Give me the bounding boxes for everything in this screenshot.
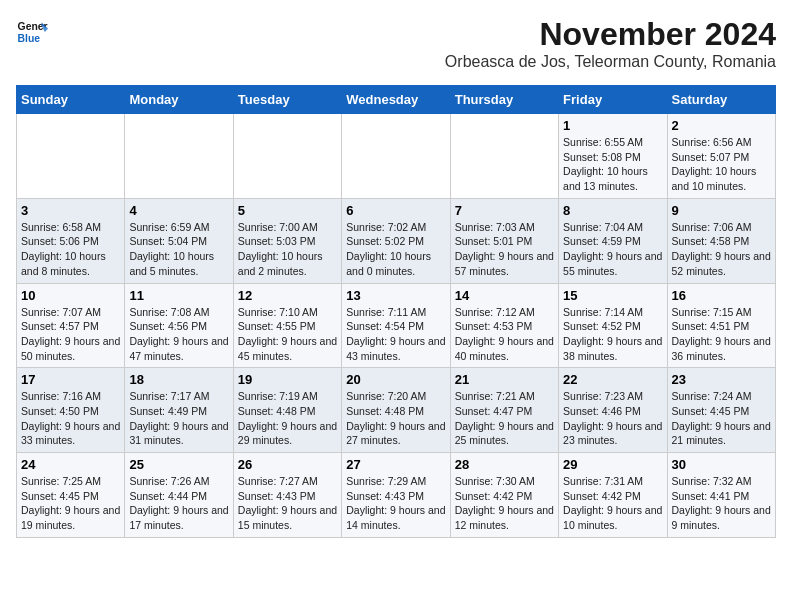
day-number: 21 [455,372,554,387]
calendar-cell: 22Sunrise: 7:23 AMSunset: 4:46 PMDayligh… [559,368,667,453]
day-info: Sunrise: 7:23 AMSunset: 4:46 PMDaylight:… [563,389,662,448]
logo: General Blue [16,16,52,48]
calendar-cell: 18Sunrise: 7:17 AMSunset: 4:49 PMDayligh… [125,368,233,453]
day-info: Sunrise: 7:20 AMSunset: 4:48 PMDaylight:… [346,389,445,448]
day-info: Sunrise: 7:30 AMSunset: 4:42 PMDaylight:… [455,474,554,533]
calendar-cell: 30Sunrise: 7:32 AMSunset: 4:41 PMDayligh… [667,453,775,538]
day-info: Sunrise: 7:06 AMSunset: 4:58 PMDaylight:… [672,220,771,279]
day-number: 15 [563,288,662,303]
page-subtitle: Orbeasca de Jos, Teleorman County, Roman… [445,53,776,71]
calendar-cell: 8Sunrise: 7:04 AMSunset: 4:59 PMDaylight… [559,198,667,283]
day-number: 25 [129,457,228,472]
calendar-cell: 23Sunrise: 7:24 AMSunset: 4:45 PMDayligh… [667,368,775,453]
day-number: 24 [21,457,120,472]
day-info: Sunrise: 7:07 AMSunset: 4:57 PMDaylight:… [21,305,120,364]
day-info: Sunrise: 7:02 AMSunset: 5:02 PMDaylight:… [346,220,445,279]
day-number: 18 [129,372,228,387]
calendar-cell [125,114,233,199]
day-number: 9 [672,203,771,218]
day-info: Sunrise: 6:55 AMSunset: 5:08 PMDaylight:… [563,135,662,194]
day-info: Sunrise: 7:14 AMSunset: 4:52 PMDaylight:… [563,305,662,364]
day-number: 28 [455,457,554,472]
day-number: 14 [455,288,554,303]
calendar-cell: 11Sunrise: 7:08 AMSunset: 4:56 PMDayligh… [125,283,233,368]
calendar-cell: 21Sunrise: 7:21 AMSunset: 4:47 PMDayligh… [450,368,558,453]
day-number: 26 [238,457,337,472]
day-number: 27 [346,457,445,472]
calendar-cell: 10Sunrise: 7:07 AMSunset: 4:57 PMDayligh… [17,283,125,368]
day-info: Sunrise: 6:58 AMSunset: 5:06 PMDaylight:… [21,220,120,279]
col-header-monday: Monday [125,86,233,114]
day-info: Sunrise: 6:59 AMSunset: 5:04 PMDaylight:… [129,220,228,279]
calendar-cell: 20Sunrise: 7:20 AMSunset: 4:48 PMDayligh… [342,368,450,453]
day-number: 8 [563,203,662,218]
day-info: Sunrise: 7:26 AMSunset: 4:44 PMDaylight:… [129,474,228,533]
day-info: Sunrise: 7:04 AMSunset: 4:59 PMDaylight:… [563,220,662,279]
day-info: Sunrise: 7:10 AMSunset: 4:55 PMDaylight:… [238,305,337,364]
day-number: 13 [346,288,445,303]
day-info: Sunrise: 7:17 AMSunset: 4:49 PMDaylight:… [129,389,228,448]
calendar-cell: 1Sunrise: 6:55 AMSunset: 5:08 PMDaylight… [559,114,667,199]
calendar-cell: 16Sunrise: 7:15 AMSunset: 4:51 PMDayligh… [667,283,775,368]
day-number: 22 [563,372,662,387]
day-info: Sunrise: 7:19 AMSunset: 4:48 PMDaylight:… [238,389,337,448]
day-info: Sunrise: 7:03 AMSunset: 5:01 PMDaylight:… [455,220,554,279]
col-header-wednesday: Wednesday [342,86,450,114]
day-number: 10 [21,288,120,303]
col-header-thursday: Thursday [450,86,558,114]
day-number: 19 [238,372,337,387]
day-number: 4 [129,203,228,218]
calendar-cell: 29Sunrise: 7:31 AMSunset: 4:42 PMDayligh… [559,453,667,538]
col-header-tuesday: Tuesday [233,86,341,114]
day-info: Sunrise: 7:08 AMSunset: 4:56 PMDaylight:… [129,305,228,364]
calendar-cell: 25Sunrise: 7:26 AMSunset: 4:44 PMDayligh… [125,453,233,538]
day-info: Sunrise: 7:24 AMSunset: 4:45 PMDaylight:… [672,389,771,448]
page-title: November 2024 [445,16,776,53]
col-header-saturday: Saturday [667,86,775,114]
calendar-cell: 27Sunrise: 7:29 AMSunset: 4:43 PMDayligh… [342,453,450,538]
calendar-cell: 12Sunrise: 7:10 AMSunset: 4:55 PMDayligh… [233,283,341,368]
svg-text:Blue: Blue [18,33,41,44]
day-number: 5 [238,203,337,218]
day-info: Sunrise: 6:56 AMSunset: 5:07 PMDaylight:… [672,135,771,194]
day-info: Sunrise: 7:21 AMSunset: 4:47 PMDaylight:… [455,389,554,448]
day-number: 1 [563,118,662,133]
day-number: 12 [238,288,337,303]
day-number: 23 [672,372,771,387]
day-number: 29 [563,457,662,472]
calendar-cell: 28Sunrise: 7:30 AMSunset: 4:42 PMDayligh… [450,453,558,538]
calendar-cell: 9Sunrise: 7:06 AMSunset: 4:58 PMDaylight… [667,198,775,283]
calendar-cell: 2Sunrise: 6:56 AMSunset: 5:07 PMDaylight… [667,114,775,199]
day-info: Sunrise: 7:16 AMSunset: 4:50 PMDaylight:… [21,389,120,448]
calendar-cell: 3Sunrise: 6:58 AMSunset: 5:06 PMDaylight… [17,198,125,283]
calendar-cell [342,114,450,199]
calendar-cell: 7Sunrise: 7:03 AMSunset: 5:01 PMDaylight… [450,198,558,283]
day-number: 7 [455,203,554,218]
day-info: Sunrise: 7:25 AMSunset: 4:45 PMDaylight:… [21,474,120,533]
day-number: 16 [672,288,771,303]
day-number: 11 [129,288,228,303]
calendar-cell [233,114,341,199]
calendar-cell [450,114,558,199]
calendar-cell: 5Sunrise: 7:00 AMSunset: 5:03 PMDaylight… [233,198,341,283]
day-number: 2 [672,118,771,133]
calendar-cell: 6Sunrise: 7:02 AMSunset: 5:02 PMDaylight… [342,198,450,283]
day-info: Sunrise: 7:29 AMSunset: 4:43 PMDaylight:… [346,474,445,533]
calendar-cell: 15Sunrise: 7:14 AMSunset: 4:52 PMDayligh… [559,283,667,368]
day-info: Sunrise: 7:15 AMSunset: 4:51 PMDaylight:… [672,305,771,364]
day-info: Sunrise: 7:27 AMSunset: 4:43 PMDaylight:… [238,474,337,533]
day-info: Sunrise: 7:32 AMSunset: 4:41 PMDaylight:… [672,474,771,533]
calendar-cell [17,114,125,199]
day-info: Sunrise: 7:12 AMSunset: 4:53 PMDaylight:… [455,305,554,364]
day-info: Sunrise: 7:11 AMSunset: 4:54 PMDaylight:… [346,305,445,364]
calendar-table: SundayMondayTuesdayWednesdayThursdayFrid… [16,85,776,538]
day-info: Sunrise: 7:31 AMSunset: 4:42 PMDaylight:… [563,474,662,533]
calendar-cell: 4Sunrise: 6:59 AMSunset: 5:04 PMDaylight… [125,198,233,283]
col-header-friday: Friday [559,86,667,114]
calendar-cell: 26Sunrise: 7:27 AMSunset: 4:43 PMDayligh… [233,453,341,538]
day-number: 30 [672,457,771,472]
calendar-cell: 17Sunrise: 7:16 AMSunset: 4:50 PMDayligh… [17,368,125,453]
title-section: November 2024 Orbeasca de Jos, Teleorman… [445,16,776,79]
day-info: Sunrise: 7:00 AMSunset: 5:03 PMDaylight:… [238,220,337,279]
day-number: 6 [346,203,445,218]
